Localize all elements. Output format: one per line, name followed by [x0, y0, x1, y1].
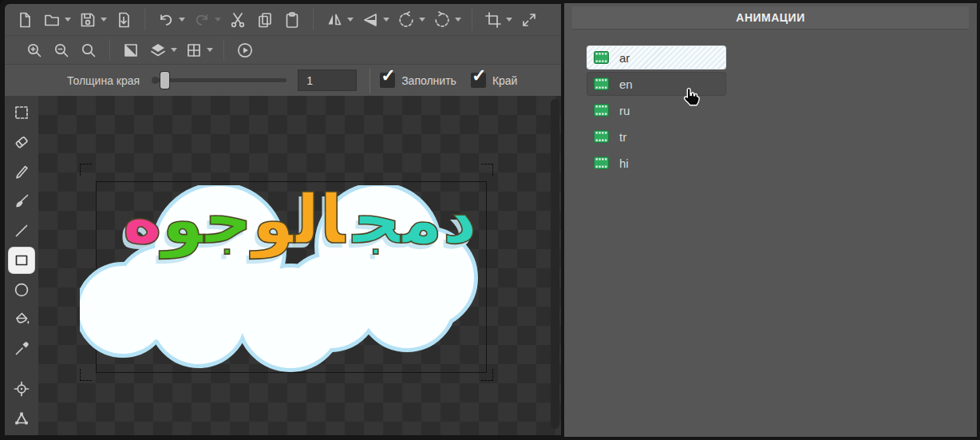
redo-button [188, 6, 215, 34]
preview-play-button[interactable] [231, 37, 259, 64]
new-file-icon [16, 11, 34, 29]
toolbar-separator [109, 39, 110, 61]
animation-item-ar[interactable]: ar [587, 46, 725, 69]
animation-item-hi[interactable]: hi [587, 152, 725, 174]
paste-button[interactable] [279, 6, 306, 34]
slider-track-cap [152, 77, 159, 84]
undo-dropdown-arrow[interactable] [179, 18, 185, 22]
tool-eyedropper[interactable] [9, 336, 34, 362]
tool-brush[interactable] [9, 188, 34, 214]
art-text-segment: دمج [353, 180, 477, 259]
options-bar: Толщина края 1 ✓Заполнить✓Край [5, 64, 561, 96]
selection-corner-handle[interactable] [80, 164, 92, 176]
bucket-icon [13, 311, 30, 328]
toolbar-separator [472, 9, 472, 30]
film-strip-icon [594, 104, 609, 117]
tool-eraser[interactable] [9, 129, 34, 155]
import-image-button[interactable] [110, 6, 137, 34]
edge-thickness-slider[interactable] [156, 78, 286, 82]
new-file-button[interactable] [11, 6, 38, 34]
rotate-right-dropdown-arrow[interactable] [455, 18, 461, 22]
crop-dropdown-arrow[interactable] [506, 18, 512, 22]
copy-icon [256, 11, 274, 29]
play-icon [236, 42, 254, 59]
import-icon [115, 11, 132, 29]
checkbox-box[interactable]: ✓ [471, 73, 486, 88]
grid-icon [185, 42, 203, 59]
flip-v-icon [362, 11, 379, 29]
tool-line[interactable] [9, 218, 34, 244]
resize-icon [520, 11, 538, 29]
toolbar-separator [223, 39, 224, 61]
animation-item-ru[interactable]: ru [587, 99, 725, 121]
toolbar-separator [313, 9, 314, 30]
film-strip-icon [594, 77, 609, 90]
selection-corner-handle[interactable] [481, 164, 493, 176]
flip-vertical-button[interactable] [357, 6, 384, 34]
cut-button[interactable] [224, 6, 251, 34]
layers-button[interactable] [144, 37, 172, 64]
copy-button[interactable] [251, 6, 279, 34]
checkbox-label: Заполнить [401, 74, 456, 87]
zoom-in-icon [26, 42, 43, 59]
zoom-out-button[interactable] [48, 37, 75, 64]
grid-button[interactable] [180, 37, 207, 64]
redo-dropdown-arrow[interactable] [215, 18, 221, 22]
zoom-out-icon [53, 42, 70, 59]
eraser-icon [13, 133, 30, 151]
layers-icon [149, 42, 167, 59]
rect-icon [13, 252, 30, 269]
rotate-right-button[interactable] [429, 6, 456, 34]
undo-button[interactable] [152, 6, 180, 34]
film-strip-icon [594, 51, 609, 64]
flip-vertical-dropdown-arrow[interactable] [383, 18, 389, 22]
art-text-segment: جو [162, 180, 252, 259]
line-icon [13, 222, 30, 240]
tool-pencil[interactable] [9, 159, 34, 184]
ellipse-icon [13, 281, 30, 299]
rotate-cw-icon [433, 11, 451, 29]
checkbox-fill[interactable]: ✓Заполнить [380, 73, 456, 88]
animation-item-tr[interactable]: tr [587, 125, 725, 148]
animation-label: en [619, 77, 633, 91]
animation-item-en[interactable]: en [587, 73, 725, 95]
save-button[interactable] [74, 6, 101, 34]
save-dropdown-arrow[interactable] [101, 18, 107, 22]
rotate-left-button[interactable] [393, 6, 420, 34]
zoom-in-button[interactable] [21, 37, 48, 64]
checkbox-label: Край [492, 74, 518, 87]
drawing-canvas[interactable]: دمجالوجوه [38, 96, 561, 435]
checkbox-box[interactable]: ✓ [380, 73, 395, 88]
resize-button[interactable] [516, 6, 543, 34]
rotate-ccw-icon [397, 11, 415, 29]
art-text-segment: ه [122, 180, 162, 259]
tool-shape-nodes[interactable] [9, 406, 34, 431]
crop-icon [484, 11, 502, 29]
tool-select-marquee[interactable] [9, 100, 34, 125]
rotate-left-dropdown-arrow[interactable] [419, 18, 425, 22]
edge-thickness-label: Толщина края [67, 74, 140, 87]
panel-title: АНИМАЦИИ [572, 6, 969, 30]
flip-horizontal-dropdown-arrow[interactable] [347, 18, 354, 22]
checkbox-edge[interactable]: ✓Край [471, 73, 518, 88]
tool-rectangle[interactable] [9, 248, 34, 273]
layers-dropdown-arrow[interactable] [171, 48, 177, 52]
tool-ellipse[interactable] [9, 277, 34, 303]
open-file-button[interactable] [38, 6, 65, 34]
check-icon: ✓ [381, 67, 395, 85]
crop-button[interactable] [480, 6, 507, 34]
vertical-scrollbar[interactable] [551, 99, 559, 429]
tool-fill-bucket[interactable] [9, 307, 34, 332]
animation-label: ru [619, 104, 630, 117]
open-file-dropdown-arrow[interactable] [65, 18, 71, 22]
edge-thickness-value[interactable]: 1 [298, 69, 357, 91]
grid-dropdown-arrow[interactable] [207, 48, 213, 52]
pivot-icon [13, 380, 30, 398]
zoom-button[interactable] [75, 37, 102, 64]
undo-icon [157, 11, 175, 29]
flip-horizontal-button[interactable] [321, 6, 348, 34]
background-contrast-button[interactable] [117, 37, 144, 64]
image-editor-window: Толщина края 1 ✓Заполнить✓Край دمجالوجوه… [0, 0, 980, 440]
slider-thumb[interactable] [160, 72, 169, 89]
tool-pivot-point[interactable] [9, 376, 34, 402]
